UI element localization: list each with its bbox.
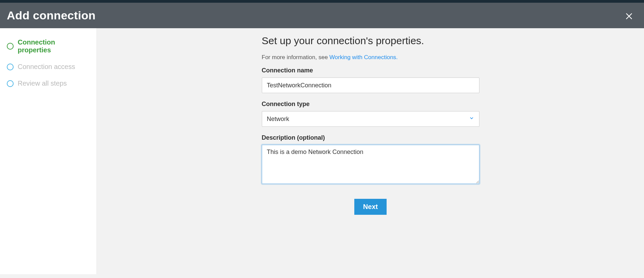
connection-type-label: Connection type [262,101,479,108]
step-indicator-icon [7,43,14,50]
connection-type-select[interactable]: Network [262,111,479,127]
form-group-description: Description (optional) This is a demo Ne… [262,134,479,185]
step-label: Connection access [18,63,75,71]
chevron-down-icon [469,116,474,123]
step-label: Review all steps [18,80,67,87]
window-top-strip [0,0,644,3]
step-indicator-icon [7,64,14,70]
form-group-name: Connection name [262,67,479,93]
page-heading: Set up your connection's properties. [262,35,479,47]
content-area: Connection properties Connection access … [0,28,644,274]
step-connection-access[interactable]: Connection access [7,63,90,71]
info-line: For more information, see Working with C… [262,54,479,61]
modal-header: Add connection [0,3,644,28]
connection-name-input[interactable] [262,77,479,93]
description-textarea[interactable]: This is a demo Network Connection [262,145,479,184]
info-prefix: For more information, see [262,54,329,60]
close-icon [624,11,634,20]
step-connection-properties[interactable]: Connection properties [7,38,90,54]
form-actions: Next [262,199,479,215]
step-indicator-icon [7,80,14,87]
close-button[interactable] [624,11,634,20]
form-group-type: Connection type Network [262,101,479,127]
wizard-sidebar: Connection properties Connection access … [0,28,97,274]
connection-type-value: Network [267,116,289,123]
info-link[interactable]: Working with Connections. [329,54,398,60]
description-label: Description (optional) [262,134,479,141]
form-wrap: Set up your connection's properties. For… [262,35,479,261]
next-button[interactable]: Next [354,199,387,215]
step-label: Connection properties [18,38,90,54]
main-panel: Set up your connection's properties. For… [97,28,644,274]
modal-title: Add connection [7,9,96,22]
connection-name-label: Connection name [262,67,479,74]
step-review-all-steps[interactable]: Review all steps [7,80,90,87]
